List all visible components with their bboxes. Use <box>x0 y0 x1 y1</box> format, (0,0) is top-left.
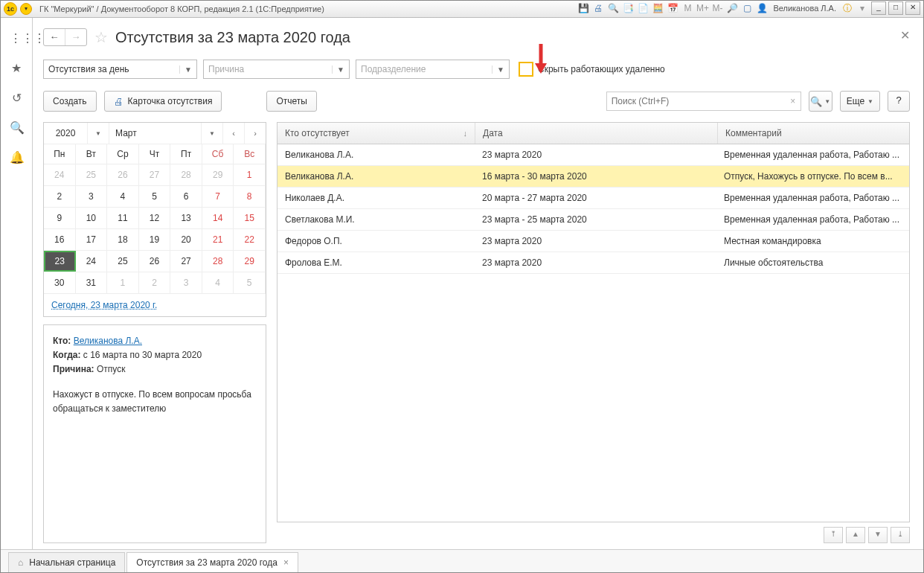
absence-card-button[interactable]: 🖨Карточка отсутствия <box>104 91 222 112</box>
list-down-button[interactable]: ▼ <box>868 527 888 543</box>
calendar-day[interactable]: 5 <box>234 272 266 294</box>
calendar-year[interactable]: 2020 <box>44 123 88 144</box>
col-date[interactable]: Дата <box>475 123 718 144</box>
next-month-button[interactable]: › <box>245 123 266 144</box>
calendar-day[interactable]: 8 <box>234 186 266 208</box>
calendar-day[interactable]: 5 <box>139 186 171 208</box>
table-row[interactable]: Великанова Л.А.16 марта - 30 марта 2020О… <box>277 166 909 188</box>
who-link[interactable]: Великанова Л.А. <box>74 336 142 346</box>
department-filter[interactable]: Подразделение ▼ <box>356 60 510 79</box>
calendar-day[interactable]: 2 <box>139 272 171 294</box>
calendar-day[interactable]: 24 <box>44 164 76 186</box>
calendar-day[interactable]: 4 <box>202 272 234 294</box>
m-plus-icon[interactable]: M+ <box>696 1 709 15</box>
info-icon[interactable]: ⓘ <box>841 1 854 15</box>
reports-button[interactable]: Отчеты <box>266 91 316 112</box>
app-menu-dropdown[interactable]: ▾ <box>20 3 32 15</box>
calendar-day[interactable]: 17 <box>76 229 108 251</box>
calendar-day[interactable]: 16 <box>44 229 76 251</box>
calendar-day[interactable]: 26 <box>107 164 139 186</box>
help-button[interactable]: ? <box>888 91 910 112</box>
calendar-day[interactable]: 31 <box>76 272 108 294</box>
calendar-day[interactable]: 10 <box>76 208 108 229</box>
calendar-day[interactable]: 20 <box>170 229 202 251</box>
calendar-day[interactable]: 21 <box>202 229 234 251</box>
calendar-day[interactable]: 9 <box>44 208 76 229</box>
calendar-day[interactable]: 4 <box>107 186 139 208</box>
save-icon[interactable]: 💾 <box>577 1 590 15</box>
search-input[interactable]: × <box>606 92 801 111</box>
calendar-day[interactable]: 15 <box>234 208 266 229</box>
m-minus-icon[interactable]: M- <box>710 1 724 15</box>
list-top-button[interactable]: ⤒ <box>824 527 843 543</box>
close-button[interactable]: ✕ <box>905 1 920 15</box>
table-row[interactable]: Федоров О.П.23 марта 2020Местная команди… <box>277 231 909 252</box>
calendar-day[interactable]: 30 <box>44 272 76 294</box>
calendar-day[interactable]: 1 <box>107 272 139 294</box>
table-row[interactable]: Николаев Д.А.20 марта - 27 марта 2020Вре… <box>277 188 909 209</box>
sections-icon[interactable]: ⋮⋮⋮ <box>10 31 23 45</box>
calendar-day[interactable]: 25 <box>107 251 139 272</box>
calendar-day[interactable]: 23 <box>44 251 76 272</box>
prev-month-button[interactable]: ‹ <box>223 123 245 144</box>
search-sidebar-icon[interactable]: 🔍 <box>10 121 23 134</box>
hide-remote-checkbox[interactable] <box>519 62 533 77</box>
tab-close-icon[interactable]: × <box>283 557 289 568</box>
calendar-day[interactable]: 11 <box>107 208 139 229</box>
calendar-day[interactable]: 18 <box>107 229 139 251</box>
calendar-day[interactable]: 29 <box>234 251 266 272</box>
search-run-button[interactable]: 🔍▼ <box>809 91 832 112</box>
calendar-day[interactable]: 27 <box>139 164 171 186</box>
calendar-day[interactable]: 13 <box>170 208 202 229</box>
today-link[interactable]: Сегодня, 23 марта 2020 г. <box>44 294 266 316</box>
history-icon[interactable]: ↺ <box>10 91 23 104</box>
search-field[interactable] <box>607 96 786 106</box>
calendar-day[interactable]: 2 <box>44 186 76 208</box>
create-button[interactable]: Создать <box>43 91 97 112</box>
table-row[interactable]: Светлакова М.И.23 марта - 25 марта 2020В… <box>277 209 909 231</box>
calendar-day[interactable]: 26 <box>139 251 171 272</box>
year-dropdown-icon[interactable]: ▼ <box>88 123 109 144</box>
tab-current[interactable]: Отсутствия за 23 марта 2020 года × <box>126 552 298 572</box>
back-button[interactable]: ← <box>44 29 65 45</box>
favorites-icon[interactable]: ★ <box>10 61 23 74</box>
calendar-day[interactable]: 28 <box>170 164 202 186</box>
calendar-day[interactable]: 19 <box>139 229 171 251</box>
menu-drop-icon[interactable]: ▾ <box>856 1 869 15</box>
search-clear-icon[interactable]: × <box>786 96 801 106</box>
calendar-day[interactable]: 7 <box>202 186 234 208</box>
copy-icon[interactable]: 📄 <box>636 1 649 15</box>
calendar-day[interactable]: 12 <box>139 208 171 229</box>
calendar-day[interactable]: 24 <box>76 251 108 272</box>
notifications-icon[interactable]: 🔔 <box>10 150 23 164</box>
calendar-day[interactable]: 27 <box>170 251 202 272</box>
calc-icon[interactable]: 🧮 <box>651 1 664 15</box>
calendar-icon[interactable]: 📅 <box>666 1 679 15</box>
calendar-day[interactable]: 6 <box>170 186 202 208</box>
favorite-star-icon[interactable]: ☆ <box>94 28 108 46</box>
list-up-button[interactable]: ▲ <box>846 527 865 543</box>
forward-button[interactable]: → <box>65 29 86 45</box>
calendar-day[interactable]: 3 <box>76 186 108 208</box>
col-comment[interactable]: Комментарий <box>718 123 909 144</box>
m-icon[interactable]: M <box>681 1 694 15</box>
maximize-button[interactable]: □ <box>888 1 903 15</box>
calendar-day[interactable]: 22 <box>234 229 266 251</box>
calendar-month[interactable]: Март <box>109 123 202 144</box>
calendar-day[interactable]: 14 <box>202 208 234 229</box>
current-user[interactable]: Великанова Л.А. <box>770 4 839 13</box>
table-row[interactable]: Фролова Е.М.23 марта 2020Личные обстояте… <box>277 252 909 274</box>
preview-icon[interactable]: 🔍 <box>606 1 620 15</box>
list-bottom-button[interactable]: ⤓ <box>891 527 910 543</box>
calendar-day[interactable]: 25 <box>76 164 108 186</box>
tab-home[interactable]: ⌂ Начальная страница <box>8 552 125 572</box>
calendar-day[interactable]: 1 <box>234 164 266 186</box>
col-who[interactable]: Кто отсутствует↓ <box>277 123 475 144</box>
minimize-button[interactable]: _ <box>871 1 886 15</box>
calendar-day[interactable]: 3 <box>170 272 202 294</box>
print-icon[interactable]: 🖨 <box>591 1 605 15</box>
period-filter[interactable]: Отсутствия за день ▼ <box>43 60 197 79</box>
calendar-day[interactable]: 28 <box>202 251 234 272</box>
table-row[interactable]: Великанова Л.А.23 марта 2020Временная уд… <box>277 144 909 166</box>
calendar-day[interactable]: 29 <box>202 164 234 186</box>
